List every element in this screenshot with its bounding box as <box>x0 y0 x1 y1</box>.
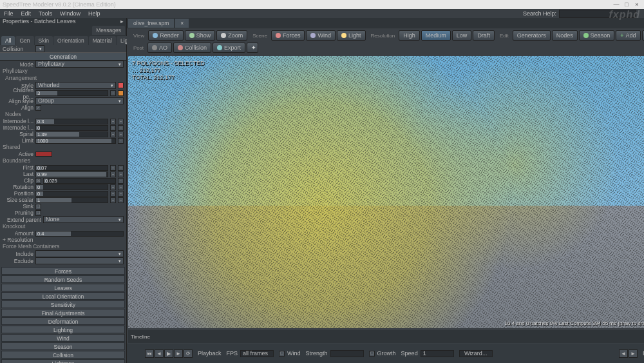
list-item[interactable]: Random Seeds <box>1 275 125 283</box>
generation-header[interactable]: Generation <box>0 52 126 61</box>
maximize-icon[interactable]: □ <box>622 1 631 8</box>
zoom-icon <box>221 33 226 38</box>
style-dropdown[interactable]: Whorled <box>35 82 116 89</box>
active-color[interactable] <box>35 152 52 157</box>
fps-field[interactable]: all frames <box>240 350 274 357</box>
mode-dropdown[interactable]: Phyllotaxy <box>35 61 124 68</box>
draft-button[interactable]: Draft <box>473 30 495 41</box>
tab-close-icon[interactable]: × <box>175 19 189 28</box>
clip-slider[interactable]: 0.025 <box>43 178 116 184</box>
season-button[interactable]: Season <box>579 30 615 41</box>
menu-edit[interactable]: Edit <box>21 10 32 17</box>
list-item[interactable]: Wind <box>1 334 125 342</box>
wind-checkbox[interactable]: ☐ <box>279 351 285 357</box>
ao-icon <box>152 45 157 50</box>
extend-parent-dropdown[interactable]: None <box>43 216 124 223</box>
wind-button[interactable]: Wind <box>306 30 336 41</box>
generators-button[interactable]: Generators <box>513 30 551 41</box>
pruning-checkbox[interactable]: ☐ <box>35 210 41 216</box>
loop-button[interactable]: ⟳ <box>184 349 193 358</box>
property-category-tabs: All Gen Skin Orientation Material Lighti… <box>0 35 126 45</box>
high-button[interactable]: High <box>399 30 420 41</box>
tab-material[interactable]: Material <box>89 36 116 45</box>
panel-menu-icon[interactable]: ▸ <box>120 18 124 25</box>
clip-checkbox[interactable]: ☒ <box>35 178 41 184</box>
spiral-slider[interactable]: 1.39 <box>35 132 108 137</box>
last-slider[interactable]: 0.99 <box>35 172 108 177</box>
limit-slider[interactable]: 1000 <box>35 138 116 144</box>
knockout-amount-slider[interactable]: 0.4 <box>35 231 124 237</box>
strength-field[interactable] <box>330 350 364 357</box>
forces-button[interactable]: Forces <box>271 30 305 41</box>
speed-field[interactable]: 1 <box>421 350 454 357</box>
list-item[interactable]: Sensitivity <box>1 300 125 308</box>
document-tabs: olive_tree.spm × <box>127 18 644 28</box>
step-back-button[interactable]: ◄ <box>619 349 628 358</box>
rewind-button[interactable]: ⏮ <box>145 349 154 358</box>
collision-label: Collision <box>3 46 33 52</box>
wizard-button[interactable]: Wizard... <box>459 350 493 357</box>
position-slider[interactable]: 0 <box>35 191 108 197</box>
menu-window[interactable]: Window <box>60 10 80 17</box>
children-slider[interactable]: 3 <box>35 90 108 96</box>
menu-file[interactable]: File <box>4 10 14 17</box>
section-list: Forces Random Seeds Leaves Local Orienta… <box>0 266 126 363</box>
style-reset-button[interactable] <box>118 83 124 88</box>
rotation-slider[interactable]: 0 <box>35 184 108 190</box>
align-style-dropdown[interactable]: Group <box>35 97 124 104</box>
tab-gen[interactable]: Gen <box>15 36 33 45</box>
properties-panel: Properties - Batched Leaves ▸ Messages A… <box>0 18 127 363</box>
timeline[interactable]: Timeline <box>128 330 644 343</box>
internode2-slider[interactable]: 0 <box>35 125 108 131</box>
internode1-slider[interactable]: 0.3 <box>35 119 108 124</box>
post-toolbar: Post AO Collision Export ✦ <box>127 43 644 55</box>
collision-toggle[interactable] <box>35 45 44 52</box>
list-item[interactable]: Local Orientation <box>1 292 125 300</box>
render-button[interactable]: Render <box>148 30 184 41</box>
list-item[interactable]: Lighting <box>1 326 125 333</box>
list-item[interactable]: Final Adjustments <box>1 309 125 317</box>
tab-all[interactable]: All <box>1 36 15 45</box>
play-button[interactable]: ▶ <box>164 349 173 358</box>
close-icon[interactable]: × <box>632 1 641 8</box>
menu-tools[interactable]: Tools <box>39 10 52 17</box>
light-button[interactable]: Light <box>337 30 366 41</box>
list-item[interactable]: Forces <box>1 267 125 275</box>
sink-checkbox[interactable]: ☐ <box>35 204 41 210</box>
list-item[interactable]: Leaves <box>1 284 125 291</box>
next-button[interactable]: ► <box>174 349 183 358</box>
document-tab[interactable]: olive_tree.spm <box>128 19 174 28</box>
nodes-button[interactable]: Nodes <box>552 30 578 41</box>
menu-help[interactable]: Help <box>88 10 100 17</box>
viewport-stats: 7 POLYGONS - SELECTED … 212,177 TOTAL: 2… <box>132 60 205 81</box>
growth-checkbox[interactable]: ☐ <box>369 351 375 357</box>
messages-tab[interactable]: Messages <box>92 26 125 35</box>
exclude-dropdown[interactable] <box>35 257 124 264</box>
low-button[interactable]: Low <box>452 30 472 41</box>
collision-button[interactable]: Collision <box>173 43 211 53</box>
list-item[interactable]: Collision <box>1 351 125 358</box>
tab-skin[interactable]: Skin <box>35 36 53 45</box>
include-dropdown[interactable] <box>35 250 124 257</box>
minimize-icon[interactable]: — <box>612 1 621 8</box>
list-item[interactable]: Season <box>1 342 125 350</box>
align-checkbox[interactable]: ✓ <box>35 105 41 111</box>
viewport-3d[interactable]: 7 POLYGONS - SELECTED … 212,177 TOTAL: 2… <box>128 56 644 328</box>
list-item[interactable]: Deformation <box>1 317 125 325</box>
export-icon <box>217 45 222 50</box>
export-button[interactable]: Export <box>213 43 245 53</box>
first-slider[interactable]: 0.07 <box>35 165 108 171</box>
extra-button[interactable]: ✦ <box>247 43 258 53</box>
step-fwd-button[interactable]: ► <box>629 349 638 358</box>
medium-button[interactable]: Medium <box>421 30 451 41</box>
size-slider[interactable]: 1 <box>35 197 108 203</box>
prev-button[interactable]: ◄ <box>155 349 164 358</box>
list-item[interactable]: Lightmap <box>1 359 125 363</box>
visibility-button[interactable]: Visibility <box>642 30 644 41</box>
zoom-button[interactable]: Zoom <box>216 30 247 41</box>
menu-bar: File Edit Tools Window Help Search Help: <box>0 9 644 18</box>
ao-button[interactable]: AO <box>147 43 172 53</box>
show-button[interactable]: Show <box>185 30 216 41</box>
add-button[interactable]: +Add <box>616 30 640 41</box>
tab-orientation[interactable]: Orientation <box>53 36 88 45</box>
